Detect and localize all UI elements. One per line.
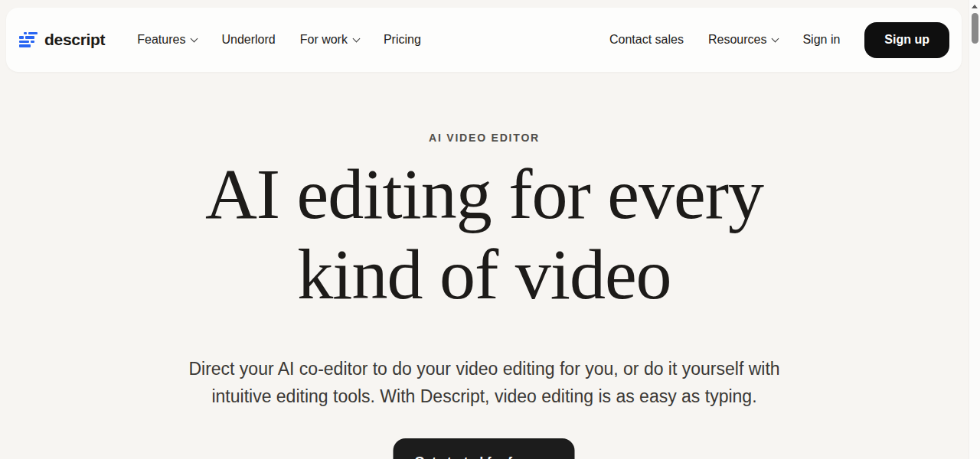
nav-item-pricing[interactable]: Pricing	[384, 33, 421, 47]
descript-logo[interactable]: descript	[19, 31, 105, 49]
sign-up-button[interactable]: Sign up	[864, 22, 949, 58]
chevron-down-icon	[772, 34, 779, 42]
hero-subtitle: Direct your AI co-editor to do your vide…	[0, 355, 969, 410]
top-navbar: descript Features Underlord For work Pri…	[6, 8, 962, 72]
hero-heading-line2: kind of video	[297, 234, 671, 314]
get-started-button[interactable]: Get started for free →	[394, 438, 575, 459]
nav-item-sign-in[interactable]: Sign in	[802, 33, 840, 47]
primary-nav: Features Underlord For work Pricing	[137, 33, 421, 47]
nav-item-for-work[interactable]: For work	[300, 33, 359, 47]
scrollbar-thumb[interactable]	[972, 13, 978, 44]
hero-subtitle-line2: intuitive editing tools. With Descript, …	[211, 386, 756, 406]
nav-item-resources[interactable]: Resources	[708, 33, 778, 47]
browser-scrollbar[interactable]	[969, 0, 980, 459]
hero-subtitle-line1: Direct your AI co-editor to do your vide…	[188, 359, 779, 379]
nav-item-contact-sales[interactable]: Contact sales	[609, 33, 684, 47]
descript-logo-icon	[19, 31, 38, 49]
scrollbar-up-arrow-icon[interactable]	[972, 5, 978, 8]
hero-heading-line1: AI editing for every	[205, 154, 763, 233]
arrow-right-icon: →	[540, 454, 554, 459]
nav-item-features[interactable]: Features	[137, 33, 197, 47]
descript-wordmark: descript	[44, 31, 105, 49]
nav-item-underlord[interactable]: Underlord	[221, 33, 275, 47]
chevron-down-icon	[191, 34, 198, 42]
hero-heading: AI editing for everykind of video	[0, 154, 969, 314]
chevron-down-icon	[352, 34, 360, 42]
get-started-label: Get started for free	[414, 454, 531, 459]
secondary-nav: Contact sales Resources Sign in Sign up	[609, 22, 949, 58]
hero-eyebrow: AI VIDEO EDITOR	[0, 132, 969, 144]
